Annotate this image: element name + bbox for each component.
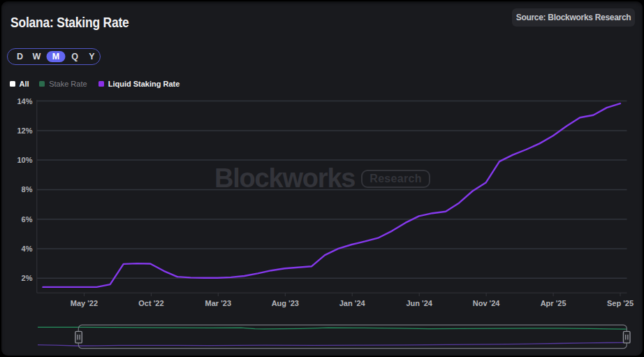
svg-text:12%: 12% <box>17 126 32 135</box>
svg-text:Aug '23: Aug '23 <box>272 299 299 307</box>
svg-text:Mar '23: Mar '23 <box>205 299 231 307</box>
svg-text:10%: 10% <box>17 156 32 164</box>
svg-text:14%: 14% <box>17 97 32 105</box>
svg-text:Oct '22: Oct '22 <box>138 299 163 307</box>
svg-text:4%: 4% <box>22 245 33 253</box>
svg-text:Jun '24: Jun '24 <box>406 299 432 307</box>
svg-text:Sep '25: Sep '25 <box>607 299 634 307</box>
svg-text:2%: 2% <box>22 274 33 282</box>
svg-text:6%: 6% <box>22 215 33 224</box>
svg-text:May '22: May '22 <box>71 299 98 307</box>
svg-text:8%: 8% <box>22 185 33 194</box>
svg-text:Jan '24: Jan '24 <box>339 299 366 307</box>
svg-text:Nov '24: Nov '24 <box>473 299 501 307</box>
svg-text:Apr '25: Apr '25 <box>541 299 566 307</box>
